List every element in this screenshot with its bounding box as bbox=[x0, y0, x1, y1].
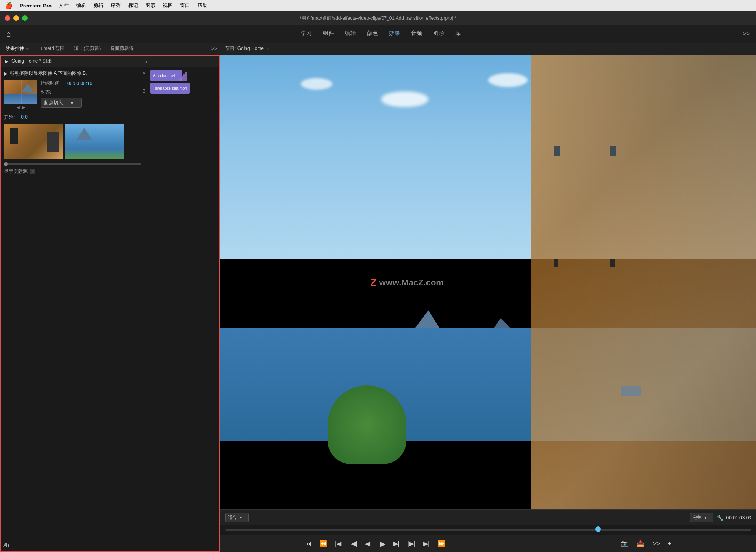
tab-learn[interactable]: 学习 bbox=[301, 28, 312, 39]
tab-audio[interactable]: 音频 bbox=[411, 28, 422, 39]
pm-zoom-label: 适合 bbox=[228, 515, 237, 521]
ec-duration-label: 持续时间 bbox=[41, 80, 64, 87]
tab-ec-label: 效果控件 bbox=[6, 45, 24, 52]
nav-tabs: 学习 组件 编辑 颜色 效果 音频 图形 库 bbox=[19, 28, 742, 39]
left-panel: 效果控件 ≡ Lumetri 范围 源：(无剪辑) 音频剪辑混 >> ▶ Goi… bbox=[0, 43, 220, 552]
ec-align-value: 起点切入 bbox=[44, 100, 63, 106]
tab-source[interactable]: 源：(无剪辑) bbox=[72, 44, 103, 54]
menu-edit[interactable]: 编辑 bbox=[76, 2, 86, 9]
pm-controls: 适合 ▾ 完整 ▾ 🔧 00:01:03:03 bbox=[220, 509, 756, 525]
program-monitor: 节目: Going Home ≡ bbox=[220, 43, 756, 552]
step-frame-fwd-button[interactable]: ▶| bbox=[421, 538, 432, 549]
tab-effect-controls[interactable]: 效果控件 ≡ bbox=[3, 44, 31, 54]
pm-title: 节目: Going Home bbox=[225, 45, 264, 52]
ec-tl-clip-arch: Arch far.mp4 bbox=[150, 70, 182, 81]
watermark-z: Z bbox=[371, 276, 377, 289]
ec-mini-timeline: fx A B Arch far.mp4 Timelapse sea.mp4 bbox=[141, 56, 219, 551]
home-button[interactable]: ⌂ bbox=[6, 30, 11, 39]
pm-wrench-icon[interactable]: 🔧 bbox=[717, 515, 723, 521]
tab-color[interactable]: 颜色 bbox=[367, 28, 378, 39]
ec-tl-playhead bbox=[163, 67, 163, 95]
export-frame-button[interactable]: 📷 bbox=[619, 538, 631, 549]
pm-cloud-3 bbox=[488, 73, 528, 87]
tab-graphics[interactable]: 图形 bbox=[433, 28, 444, 39]
step-fwd-button[interactable]: ⏩ bbox=[435, 538, 448, 549]
tab-audio-mix[interactable]: 音频剪辑混 bbox=[108, 44, 136, 54]
next-edit-button[interactable]: |▶| bbox=[405, 538, 418, 549]
prev-edit-button[interactable]: ◀| bbox=[363, 538, 374, 549]
pm-street-overlay bbox=[531, 55, 756, 509]
goto-in-button[interactable]: |◀| bbox=[347, 538, 359, 549]
tab-lumetri[interactable]: Lumetri 范围 bbox=[36, 44, 67, 54]
ec-tl-track-a: A bbox=[143, 72, 145, 76]
menu-help[interactable]: 帮助 bbox=[197, 2, 208, 9]
maximize-button[interactable] bbox=[22, 15, 28, 21]
window-controls bbox=[5, 15, 28, 21]
ec-thumb-a bbox=[4, 124, 63, 159]
ec-thumbnail bbox=[4, 80, 37, 104]
mark-in-button[interactable]: ⏮ bbox=[303, 539, 314, 549]
add-button[interactable]: + bbox=[665, 539, 674, 549]
step-frame-back-button[interactable]: |◀ bbox=[333, 538, 344, 549]
pm-header: 节目: Going Home ≡ bbox=[220, 43, 756, 55]
pm-playhead-marker[interactable] bbox=[595, 526, 601, 532]
nav-more-button[interactable]: >> bbox=[742, 30, 750, 37]
minimize-button[interactable] bbox=[13, 15, 19, 21]
tab-assembly[interactable]: 组件 bbox=[323, 28, 334, 39]
menu-marker[interactable]: 标记 bbox=[128, 2, 138, 9]
ec-play-btn[interactable]: ▶ bbox=[5, 59, 8, 64]
apple-logo: 🍎 bbox=[5, 2, 13, 9]
menu-clip[interactable]: 剪辑 bbox=[93, 2, 104, 9]
play-button[interactable]: ▶ bbox=[377, 537, 388, 550]
tab-library[interactable]: 库 bbox=[455, 28, 461, 39]
app-name: Premiere Pro bbox=[20, 3, 52, 9]
pm-zoom-dropdown[interactable]: 适合 ▾ bbox=[225, 513, 249, 522]
chevron-down-icon: ▾ bbox=[704, 515, 707, 520]
menu-bar: 🍎 Premiere Pro 文件 编辑 剪辑 序列 标记 图形 视图 窗口 帮… bbox=[0, 0, 756, 11]
chevron-down-icon: ▾ bbox=[71, 100, 73, 106]
pm-timecode: 00:01:03:03 bbox=[726, 515, 751, 521]
ec-show-source-checkbox[interactable]: ✓ bbox=[30, 169, 35, 174]
more-transport-button[interactable]: >> bbox=[650, 539, 662, 549]
menu-file[interactable]: 文件 bbox=[59, 2, 69, 9]
pm-quality-label: 完整 bbox=[693, 515, 701, 521]
ec-thumb-b bbox=[65, 124, 124, 159]
menu-icon: ≡ bbox=[26, 46, 29, 52]
chevron-down-icon: ▾ bbox=[240, 515, 242, 520]
menu-view[interactable]: 视图 bbox=[163, 2, 173, 9]
ec-show-source-label: 显示实际源 bbox=[4, 168, 28, 175]
ec-trans-description: 移动擦除以显示图像 A 下面的图像 B。 bbox=[10, 70, 91, 77]
ec-tl-header: fx bbox=[141, 56, 219, 67]
menu-sequence[interactable]: 序列 bbox=[111, 2, 121, 9]
tab-effects[interactable]: 效果 bbox=[389, 28, 400, 39]
panel-tabs: 效果控件 ≡ Lumetri 范围 源：(无剪辑) 音频剪辑混 >> bbox=[0, 43, 220, 55]
menu-window[interactable]: 窗口 bbox=[180, 2, 190, 9]
panel-expand-btn[interactable]: >> bbox=[211, 46, 217, 52]
step-forward-button[interactable]: ▶| bbox=[391, 538, 402, 549]
pm-menu-icon: ≡ bbox=[266, 46, 269, 52]
ec-slider-handle-left[interactable] bbox=[4, 162, 8, 166]
ec-duration-value[interactable]: 00:00:00:10 bbox=[67, 81, 92, 86]
watermark-text: www.MacZ.com bbox=[379, 277, 444, 287]
ec-thumb-nav: ◀ ▶ bbox=[17, 105, 25, 109]
watermark: Z www.MacZ.com bbox=[371, 276, 444, 289]
ec-start-value[interactable]: 0.0 bbox=[21, 114, 28, 121]
ec-sequence-name: Going Home * 划出 bbox=[11, 58, 52, 65]
step-back-button[interactable]: ⏪ bbox=[317, 538, 330, 549]
main-area: 效果控件 ≡ Lumetri 范围 源：(无剪辑) 音频剪辑混 >> ▶ Goi… bbox=[0, 43, 756, 552]
close-button[interactable] bbox=[5, 15, 10, 21]
pm-quality-dropdown[interactable]: 完整 ▾ bbox=[690, 513, 713, 522]
project-title: /用户/mac/桌面/add-effects-video-clips/07_01… bbox=[300, 15, 456, 22]
thumb-next[interactable]: ▶ bbox=[22, 105, 25, 109]
pm-video: Z www.MacZ.com bbox=[220, 55, 756, 509]
ec-align-dropdown[interactable]: 起点切入 ▾ bbox=[41, 98, 82, 108]
ec-tl-clip-timelapse: Timelapse sea.mp4 bbox=[150, 83, 190, 94]
menu-graphics[interactable]: 图形 bbox=[145, 2, 156, 9]
pm-cloud-1 bbox=[301, 78, 332, 90]
pm-playbar[interactable] bbox=[220, 525, 756, 535]
tab-edit[interactable]: 编辑 bbox=[345, 28, 356, 39]
pm-playbar-track bbox=[225, 529, 751, 531]
thumb-prev[interactable]: ◀ bbox=[17, 105, 20, 109]
insert-button[interactable]: 📥 bbox=[634, 538, 647, 549]
ec-trans-play[interactable]: ▶ bbox=[4, 71, 7, 76]
